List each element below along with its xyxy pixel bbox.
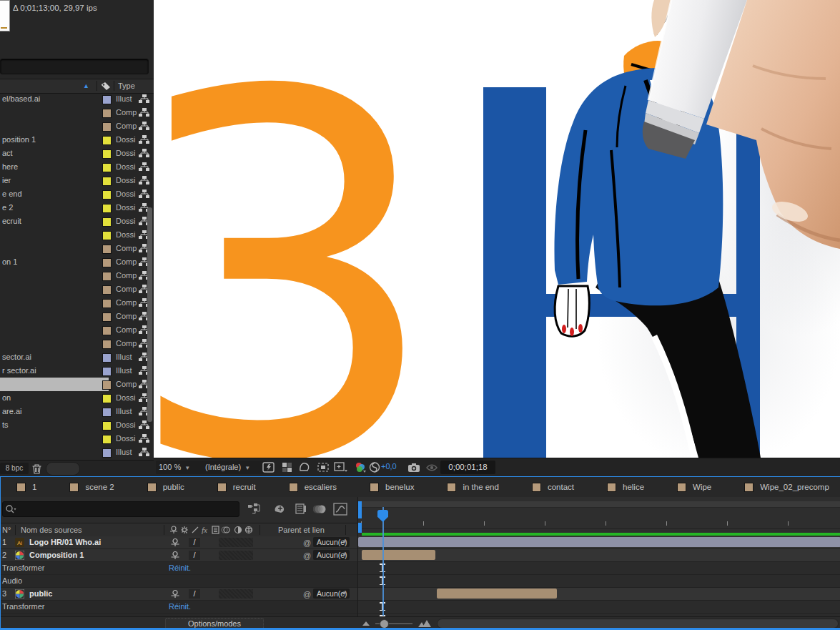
property-lane[interactable] [358,601,840,614]
project-item[interactable]: Comp [0,282,154,296]
label-column-icon[interactable] [101,82,111,91]
quality-switch[interactable]: / [189,589,200,599]
layer-name[interactable]: Logo HR/01 Who.ai [29,536,101,548]
project-item[interactable]: Illust [0,446,154,459]
project-search-input[interactable] [0,59,149,74]
timeline-tab[interactable]: public [132,477,202,497]
project-item[interactable]: el/based.ai Illust [0,92,154,106]
trash-icon[interactable] [32,463,41,474]
shy-switch-icon[interactable] [170,589,180,599]
label-color-swatch[interactable] [102,272,112,281]
quality-switch[interactable]: / [189,551,200,560]
label-color-swatch[interactable] [102,190,112,200]
source-name-column[interactable]: Nom des sources [21,523,82,536]
label-color-swatch[interactable] [102,95,112,104]
timeline-tab[interactable]: benelux [354,477,431,497]
label-color-swatch[interactable] [102,258,112,267]
label-color-swatch[interactable] [102,353,112,363]
label-color-swatch[interactable] [102,231,112,240]
flowchart-badge-icon[interactable] [139,433,150,444]
horizontal-scrollbar[interactable] [437,619,839,629]
project-item[interactable]: on Dossi [0,391,154,405]
fast-preview-icon[interactable] [262,461,275,473]
label-color-swatch[interactable] [102,217,112,227]
comp-mini-flowchart-icon[interactable] [247,503,262,516]
parent-pickwhip-icon[interactable]: @ [303,589,311,601]
layer-duration-bar[interactable] [358,537,840,547]
zoom-out-mountain-icon[interactable] [362,620,370,626]
layer-bar-lane[interactable] [358,549,840,562]
project-item[interactable]: Comp [0,269,154,282]
flowchart-badge-icon[interactable] [139,121,150,132]
label-color-swatch[interactable] [102,435,112,444]
label-color-swatch[interactable] [102,312,112,322]
label-color-swatch[interactable] [102,163,112,172]
choose-grid-guides-icon[interactable] [333,461,349,473]
color-depth-button[interactable]: 8 bpc [0,463,29,474]
reset-link[interactable]: Réinit. [169,601,191,613]
transform-property-row[interactable]: Transformer Réinit. [1,601,358,614]
parent-dropdown[interactable]: Aucun(e)▼ [313,589,350,599]
shy-switch-icon[interactable] [170,551,180,560]
project-item[interactable]: act Dossi [0,147,154,160]
project-item[interactable]: r sector.ai Illust [0,364,154,378]
layer-name[interactable]: Composition 1 [29,549,84,561]
label-color-swatch[interactable] [102,367,112,376]
timeline-tab[interactable]: escaliers [273,477,354,497]
switch-wells[interactable] [219,589,253,599]
transform-property-row[interactable]: Transformer Réinit. [1,562,358,575]
timeline-tab[interactable]: Wipe [661,477,728,497]
snapshot-camera-icon[interactable] [407,461,420,473]
timeline-tab[interactable]: in the end [431,477,516,497]
project-item[interactable]: Dossi [0,228,154,242]
project-column-header[interactable]: ▲ Type [0,79,154,94]
project-item[interactable]: ier Dossi [0,174,154,187]
project-item[interactable]: Comp [0,242,154,255]
flowchart-badge-icon[interactable] [139,107,150,118]
project-item[interactable]: here Dossi [0,160,154,174]
project-item[interactable]: Comp [0,119,154,133]
comp-marker-bin[interactable] [358,501,362,518]
timeline-tab[interactable]: 1 [1,477,54,497]
timeline-tab[interactable]: recruit [202,477,273,497]
region-of-interest-icon[interactable] [317,461,330,473]
shy-switch-icon[interactable] [170,538,180,547]
timeline-tab[interactable]: scene 2 [54,477,131,497]
audio-label[interactable]: Audio [2,575,22,587]
label-color-swatch[interactable] [102,326,112,335]
flowchart-badge-icon[interactable] [139,189,150,200]
property-lane[interactable] [358,575,840,588]
project-item[interactable]: Comp [0,337,154,350]
sort-indicator-icon[interactable]: ▲ [83,83,89,89]
layer-row[interactable]: 3 public / @ Aucun(e)▼ [1,588,358,601]
layer-bar-lane[interactable] [358,536,840,549]
exposure-value[interactable]: +0,0 [381,462,397,471]
label-color-swatch[interactable] [102,394,112,403]
layer-row[interactable]: 1 Ai Logo HR/01 Who.ai / @ Aucun(e)▼ [1,536,358,549]
timeline-search-input[interactable] [2,501,239,517]
project-item[interactable]: sector.ai Illust [0,350,154,364]
flowchart-badge-icon[interactable] [139,175,150,186]
project-item[interactable]: Comp [0,323,154,337]
project-item[interactable]: Comp [0,296,154,310]
label-color-swatch[interactable] [102,177,112,186]
timeline-tab[interactable]: contact [516,477,591,497]
layer-name[interactable]: public [29,588,52,600]
parent-dropdown[interactable]: Aucun(e)▼ [313,537,350,547]
label-color-swatch[interactable] [102,149,112,159]
motion-blur-icon[interactable] [313,503,327,516]
switch-wells[interactable] [219,538,253,547]
audio-property-row[interactable]: Audio [1,575,358,588]
switch-wells[interactable] [219,551,253,560]
current-time-display[interactable]: 0;00;01;18 [440,461,495,474]
zoom-in-mountain-icon[interactable] [418,619,431,628]
graph-editor-icon[interactable] [333,503,347,516]
transparency-grid-icon[interactable] [281,461,294,473]
project-item[interactable]: ts Dossi [0,418,154,432]
parent-pickwhip-icon[interactable]: @ [303,550,311,562]
label-color-swatch[interactable] [102,299,112,308]
project-item[interactable]: position 1 Dossi [0,133,154,147]
composition-viewport[interactable]: 3 [154,0,840,458]
parent-dropdown[interactable]: Aucun(e)▼ [313,550,350,560]
quality-switch[interactable]: / [189,538,200,547]
